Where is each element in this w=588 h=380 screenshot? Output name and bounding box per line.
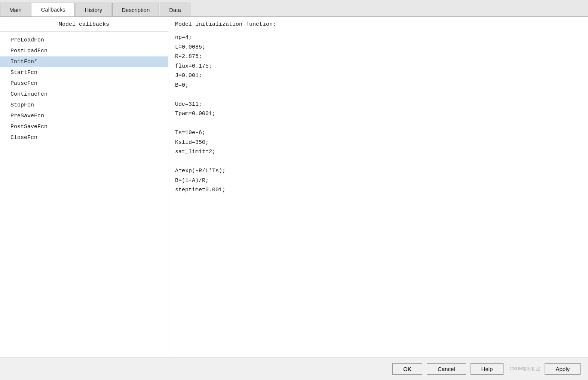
callback-item-closefcn[interactable]: CloseFcn [0,132,168,143]
callback-item-postloadfcn[interactable]: PostLoadFcn [0,46,168,56]
code-title: Model initialization function: [175,21,581,28]
tab-data[interactable]: Data [160,3,190,16]
callback-item-stopfcn[interactable]: StopFcn [0,100,168,111]
callback-item-pausefcn[interactable]: PauseFcn [0,78,168,89]
left-panel: Model callbacks PreLoadFcn PostLoadFcn I… [0,17,168,358]
callback-item-presavefcn[interactable]: PreSaveFcn [0,111,168,121]
tab-main[interactable]: Main [0,3,31,16]
callback-item-preloadfcn[interactable]: PreLoadFcn [0,35,168,46]
callback-list: PreLoadFcn PostLoadFcn InitFcn* StartFcn… [0,32,168,146]
ok-button[interactable]: OK [392,363,422,375]
tab-history[interactable]: History [76,3,112,16]
callback-item-postsavefcn[interactable]: PostSaveFcn [0,121,168,132]
panel-title: Model callbacks [0,17,168,32]
tab-callbacks[interactable]: Callbacks [32,3,75,16]
main-content: Model callbacks PreLoadFcn PostLoadFcn I… [0,17,588,358]
callback-item-initfcn[interactable]: InitFcn* [0,56,168,67]
callback-item-continuefcn[interactable]: ContinueFcn [0,89,168,100]
apply-button[interactable]: Apply [545,363,581,375]
help-button[interactable]: Help [471,363,504,375]
watermark: CSDN输出初完 [509,366,540,372]
right-panel: Model initialization function: np=4; L=0… [168,17,588,358]
bottom-bar: OK Cancel Help CSDN输出初完 Apply [0,358,588,380]
tab-description[interactable]: Description [112,3,159,16]
tab-bar: Main Callbacks History Description Data [0,0,588,17]
callback-item-startfcn[interactable]: StartFcn [0,67,168,78]
cancel-button[interactable]: Cancel [427,363,466,375]
code-block[interactable]: np=4; L=0.0085; R=2.875; flux=0.175; J=0… [175,33,581,195]
